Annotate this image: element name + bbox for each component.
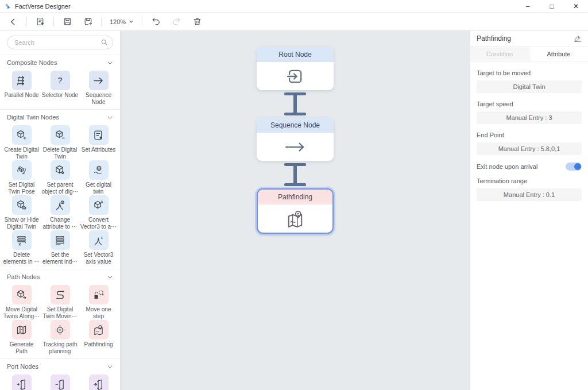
palette-item-convert-vector3[interactable]: A Convert Vector3 to a⋯ [79, 195, 118, 230]
palette-item-label: Set Attributes [82, 146, 115, 153]
axis-x-icon: x [89, 230, 109, 250]
title-bar: FactVerse Designer – □ ✕ [0, 0, 588, 13]
palette-item-tracking-path-planning[interactable]: Tracking path planning [41, 320, 79, 354]
palette-grid: Create Digital Twin Delete Digital Twin [0, 123, 120, 269]
edit-pencil-icon[interactable] [574, 34, 582, 43]
zoom-level-dropdown[interactable]: 120% [107, 18, 136, 25]
palette-item-label: Parallel Node [4, 92, 38, 99]
palette-item-label: Delete elements in ⋯ [3, 252, 40, 265]
parallel-arrows-icon [12, 71, 32, 90]
palette-item-label: Set the element ind⋯ [42, 252, 79, 265]
door-minus-icon [51, 374, 70, 390]
node-title: Root Node [257, 47, 334, 62]
exit-node-toggle[interactable] [566, 163, 582, 171]
palette-item-create-digital-twin[interactable]: Create Digital Twin [2, 125, 41, 160]
tab-attribute[interactable]: Attribute [529, 47, 588, 61]
enter-box-icon [285, 67, 305, 86]
undo-button[interactable] [148, 14, 163, 29]
palette-item-label: Generate Path [3, 341, 40, 354]
palette-item-set-element-index[interactable]: Set the element ind⋯ [41, 230, 79, 265]
field-target-speed: Target speed Manual Entry : 3 [477, 101, 582, 124]
palette-item-set-attributes[interactable]: Set Attributes [79, 125, 118, 160]
flow-node-root[interactable]: Root Node [257, 47, 334, 90]
svg-text:A: A [100, 200, 103, 204]
palette-item-set-digital-twin-moving[interactable]: Set Digital Twin Movin⋯ [41, 285, 79, 319]
palette-item-move-one-step[interactable]: Move one step [79, 285, 118, 319]
chevron-down-icon [107, 274, 113, 280]
palette-item-pathfinding[interactable]: Pathfinding [79, 320, 118, 354]
palette-item-remove-digital-twins[interactable]: Remove digital twins⋯ [41, 374, 79, 390]
door-arrow-icon [89, 374, 109, 390]
document-settings-button[interactable] [33, 14, 48, 29]
palette-item-set-digital-twin-pose[interactable]: Set Digital Twin Pose [2, 160, 41, 195]
cube-plus-icon [12, 125, 32, 145]
palette-item-get-digital-twin[interactable]: Get digital twin [79, 160, 118, 195]
palette-item-label: Convert Vector3 to a⋯ [80, 217, 117, 230]
flow-canvas[interactable]: Root Node Sequence Node [121, 31, 470, 390]
section-header-port-nodes[interactable]: Port Nodes [0, 359, 120, 373]
section-label: Port Nodes [7, 363, 38, 370]
node-title: Sequence Node [257, 118, 334, 133]
save-as-button[interactable] [80, 14, 95, 29]
chevron-down-icon [107, 114, 113, 121]
field-label: Target speed [477, 101, 582, 107]
palette-item-sequence-node[interactable]: Sequence Node [79, 71, 118, 105]
palette-item-label: Pathfinding [84, 341, 113, 348]
maximize-button[interactable]: □ [540, 0, 564, 13]
flow-node-sequence[interactable]: Sequence Node [257, 118, 334, 161]
palette-item-label: Get digital twin [80, 182, 117, 195]
field-value-selector[interactable]: Manual Entry : 3 [477, 111, 582, 124]
palette-item-change-attribute[interactable]: Change attribute to ⋯ [41, 195, 79, 230]
minimize-button[interactable]: – [516, 0, 540, 13]
map-pin-icon [285, 208, 305, 229]
section-header-digital-twin-nodes[interactable]: Digital Twin Nodes [0, 110, 120, 123]
field-value-selector[interactable]: Manual Entry : 0.1 [477, 188, 582, 201]
target-icon [51, 320, 70, 339]
field-label: End Point [477, 132, 582, 138]
rows-delete-icon [12, 230, 32, 250]
palette-item-label: Set Digital Twin Movin⋯ [42, 306, 79, 319]
flow-node-pathfinding[interactable]: Pathfinding [257, 188, 334, 234]
palette-item-show-hide-digital-twin[interactable]: Show or Hide Digital Twin [2, 195, 41, 230]
palette-item-delete-digital-twin[interactable]: Delete Digital Twin [41, 125, 79, 160]
palette-item-get-digital-twins-from-port[interactable]: Get digital twins from t⋯ [2, 374, 41, 390]
field-value-selector[interactable]: Manual Entry : 5.8,0,1 [477, 142, 582, 155]
palette-item-selector-node[interactable]: ? Selector Node [41, 71, 79, 105]
palette-item-move-digital-twins-along[interactable]: Move Digital Twins Along⋯ [2, 285, 41, 319]
question-icon: ? [51, 71, 70, 90]
main-layout: Composite Nodes Parallel Node ? S [0, 31, 588, 390]
section-header-composite-nodes[interactable]: Composite Nodes [0, 55, 120, 69]
palette-grid: Get digital twins from t⋯ Remove digital… [0, 373, 120, 390]
palette-item-set-vector3-axis[interactable]: x Set Vector3 axis value [79, 230, 118, 265]
field-value-selector[interactable]: Digital Twin [477, 80, 582, 93]
palette-item-label: Set Digital Twin Pose [3, 182, 40, 195]
section-header-path-nodes[interactable]: Path Nodes [0, 269, 120, 283]
toolbar: 120% [0, 13, 588, 31]
palette-item-delete-elements[interactable]: Delete elements in ⋯ [2, 230, 41, 265]
palette-item-set-parent-object[interactable]: Set parent object of dig⋯ [41, 160, 79, 195]
close-button[interactable]: ✕ [564, 0, 588, 13]
properties-panel-title: Pathfinding [477, 34, 511, 43]
cube-rotate-icon [12, 160, 32, 180]
palette-item-label: Selector Node [42, 92, 78, 99]
back-button[interactable] [6, 14, 21, 29]
delete-button[interactable] [189, 14, 204, 29]
palette-item-generate-path[interactable]: Generate Path [2, 320, 41, 354]
save-button[interactable] [60, 14, 75, 29]
toggle-knob [574, 163, 581, 170]
palette-item-label: Sequence Node [80, 92, 117, 105]
section-label: Composite Nodes [7, 59, 57, 66]
redo-button[interactable] [169, 14, 184, 29]
node-title: Pathfinding [258, 190, 332, 204]
properties-panel-header: Pathfinding [470, 31, 588, 47]
palette-item-label: Delete Digital Twin [42, 146, 79, 160]
document-settings-icon [36, 17, 45, 26]
field-label: Exit node upon arrival [477, 163, 537, 170]
field-exit-node-upon-arrival: Exit node upon arrival [477, 163, 582, 171]
palette-item-parallel-node[interactable]: Parallel Node [2, 71, 41, 105]
palette-item-place-digital-twins[interactable]: Place digital twins to the ⋯ [79, 374, 118, 390]
search-input[interactable] [7, 36, 113, 49]
search-wrap [0, 31, 120, 55]
trash-icon [192, 17, 202, 26]
tab-condition[interactable]: Condition [470, 47, 529, 61]
